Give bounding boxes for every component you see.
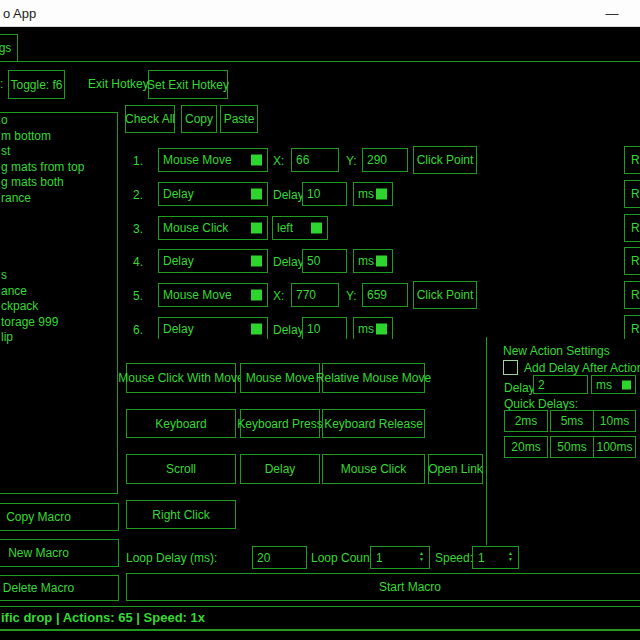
y-input[interactable] [362,148,408,172]
add-relative-mouse-move-button[interactable]: Relative Mouse Move [322,363,425,393]
loop-delay-input[interactable] [252,546,307,569]
action-type-dropdown[interactable]: Mouse Move [158,148,268,172]
add-mouse-click-with-move-button[interactable]: Mouse Click With Move [126,363,236,393]
dropdown-indicator-icon [622,380,631,389]
action-type-value: Delay [159,187,194,201]
add-right-click-button[interactable]: Right Click [126,500,236,529]
x-label: X: [273,154,284,168]
mouse-button-value: left [273,221,293,235]
check-all-button[interactable]: Check All [125,105,175,133]
dropdown-indicator-icon [251,189,262,200]
unit-dropdown[interactable]: ms [353,317,393,339]
tab-settings[interactable]: gs [0,34,18,62]
action-type-dropdown[interactable]: Delay [158,182,268,206]
add-delay-button[interactable]: Delay [240,454,320,484]
delay-input[interactable] [302,249,347,273]
hotkey-label-fragment: : [0,77,3,91]
action-type-dropdown[interactable]: Mouse Click [158,216,268,240]
speed-stepper[interactable]: 1 ▲▼ [472,546,519,569]
dropdown-indicator-icon [251,324,262,335]
action-list: 1. Mouse Move X: Y: Click Point R 2. Del… [0,140,640,339]
remove-button[interactable]: R [624,281,640,309]
add-scroll-button[interactable]: Scroll [126,454,236,484]
unit-dropdown[interactable]: ms [353,249,393,273]
window-title: o App [3,6,36,21]
action-type-value: Mouse Move [159,288,232,302]
add-mouse-move-button[interactable]: Mouse Move [240,363,320,393]
unit-dropdown[interactable]: ms [353,182,393,206]
add-keyboard-press-button[interactable]: Keyboard Press [240,409,320,438]
speed-value: 1 [478,551,485,565]
tab-label: gs [0,41,11,55]
remove-button[interactable]: R [624,315,640,339]
remove-button[interactable]: R [624,146,640,174]
start-macro-button[interactable]: Start Macro [126,573,640,601]
dropdown-indicator-icon [376,256,387,267]
new-action-settings-title: New Action Settings [503,344,610,358]
action-index: 2. [133,188,143,202]
add-keyboard-button[interactable]: Keyboard [126,409,236,438]
loop-delay-label: Loop Delay (ms): [126,551,217,565]
set-exit-hotkey-button[interactable]: Set Exit Hotkey [148,70,228,99]
status-bar-text: ific drop | Actions: 65 | Speed: 1x [1,610,205,625]
action-type-dropdown[interactable]: Delay [158,317,268,339]
loop-count-stepper[interactable]: 1 ▲▼ [370,546,430,569]
remove-button[interactable]: R [624,247,640,275]
speed-label: Speed: [435,551,473,565]
action-row-3: 3. Mouse Click left R [0,216,640,240]
stepper-arrows-icon[interactable]: ▲▼ [508,550,513,562]
minimize-button[interactable]: — [590,0,634,26]
paste-button[interactable]: Paste [220,105,258,133]
quick-delay-50ms-button[interactable]: 50ms [550,436,594,458]
x-label: X: [273,289,284,303]
quick-delay-100ms-button[interactable]: 100ms [593,436,636,458]
app-window: o App — gs : Toggle: f6 Exit Hotkey: Set… [0,0,640,640]
action-row-1: 1. Mouse Move X: Y: Click Point R [0,148,640,172]
action-index: 1. [133,154,143,168]
delay-label: Delay [273,323,304,337]
y-label: Y: [346,154,357,168]
add-delay-after-action-checkbox[interactable] [503,360,518,375]
quick-delay-20ms-button[interactable]: 20ms [504,436,548,458]
delay-input[interactable] [302,317,347,339]
stepper-arrows-icon[interactable]: ▲▼ [419,550,424,562]
new-action-unit-dropdown[interactable]: ms [591,375,636,394]
unit-value: ms [354,254,374,268]
add-keyboard-release-button[interactable]: Keyboard Release [322,409,425,438]
quick-delays-label: Quick Delays: [504,397,578,411]
action-type-value: Delay [159,254,194,268]
loop-count-label: Loop Count: [311,551,376,565]
copy-button[interactable]: Copy [181,105,217,133]
click-point-button[interactable]: Click Point [413,146,477,174]
new-macro-button[interactable]: New Macro [0,539,119,567]
mouse-button-dropdown[interactable]: left [272,216,328,240]
action-type-value: Delay [159,322,194,336]
unit-value: ms [592,378,612,392]
y-input[interactable] [362,283,408,307]
new-action-delay-input[interactable] [533,375,588,394]
remove-button[interactable]: R [624,180,640,208]
add-open-link-button[interactable]: Open Link [428,454,483,484]
action-type-value: Mouse Move [159,153,232,167]
delete-macro-button[interactable]: Delete Macro [0,575,119,601]
quick-delay-5ms-button[interactable]: 5ms [550,410,594,432]
click-point-button[interactable]: Click Point [413,281,477,309]
delay-input[interactable] [302,182,347,206]
toggle-hotkey-button[interactable]: Toggle: f6 [8,70,65,99]
delay-label: Delay [273,188,304,202]
unit-value: ms [354,322,374,336]
action-index: 3. [133,222,143,236]
copy-macro-button[interactable]: Copy Macro [0,503,119,531]
remove-button[interactable]: R [624,214,640,242]
action-type-dropdown[interactable]: Mouse Move [158,283,268,307]
action-type-dropdown[interactable]: Delay [158,249,268,273]
x-input[interactable] [291,148,339,172]
add-mouse-click-button[interactable]: Mouse Click [322,454,425,484]
action-index: 4. [133,255,143,269]
macro-list-item[interactable]: o [0,113,117,129]
action-row-2: 2. Delay Delay ms R [0,182,640,206]
quick-delay-2ms-button[interactable]: 2ms [504,410,548,432]
quick-delay-10ms-button[interactable]: 10ms [593,410,636,432]
x-input[interactable] [291,283,339,307]
unit-value: ms [354,187,374,201]
